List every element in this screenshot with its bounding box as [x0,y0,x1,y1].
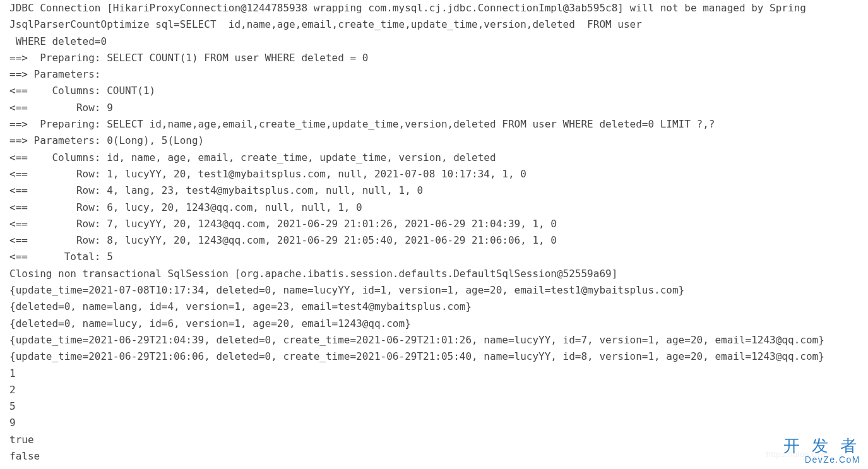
console-log-output: JDBC Connection [HikariProxyConnection@1… [0,0,868,465]
brand-watermark: 开 发 者 DevZe.CoM [783,437,860,464]
brand-sub: DevZe.CoM [783,455,860,464]
brand-top: 开 发 者 [783,436,860,455]
